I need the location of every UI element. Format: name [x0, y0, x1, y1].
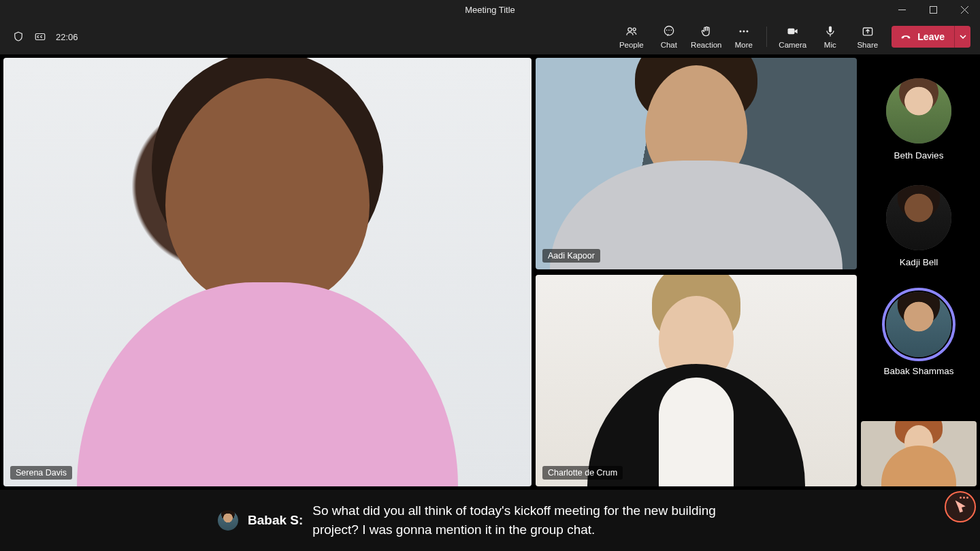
svg-rect-0	[930, 6, 936, 13]
video-tile-main[interactable]: Serena Davis	[3, 58, 532, 486]
participant-roster: Beth Davies Kadji Bell Babak Shammas	[861, 58, 977, 486]
meeting-toolbar: 22:06 People Chat Reaction More Camera M…	[0, 19, 980, 54]
toolbar-divider	[766, 27, 767, 47]
toolbar-label: Camera	[779, 41, 806, 49]
video-tile[interactable]: Aadi Kapoor	[536, 58, 857, 269]
roster-item[interactable]: Kadji Bell	[861, 185, 977, 267]
reaction-icon	[700, 24, 713, 38]
chat-icon	[662, 24, 676, 38]
svg-point-6	[742, 31, 745, 33]
leave-button[interactable]: Leave	[892, 26, 954, 48]
roster-item[interactable]: Beth Davies	[861, 78, 977, 161]
share-icon	[861, 24, 875, 38]
more-icon	[960, 497, 968, 499]
svg-point-5	[739, 31, 741, 33]
people-button[interactable]: People	[612, 24, 650, 49]
cursor-icon	[953, 499, 968, 514]
toolbar-label: Share	[857, 41, 878, 49]
roster-item[interactable]: Babak Shammas	[861, 292, 977, 378]
participant-name: Beth Davies	[894, 150, 944, 161]
svg-rect-9	[829, 27, 832, 33]
self-video-thumbnail[interactable]	[861, 421, 977, 486]
chevron-down-icon	[960, 33, 966, 40]
caption-text: So what did you all think of today's kic…	[312, 501, 734, 539]
caption-speaker-name: Babak S:	[248, 513, 303, 528]
video-stage: Serena Davis Aadi Kapoor Charlotte de Cr…	[0, 54, 980, 490]
chat-button[interactable]: Chat	[650, 24, 687, 49]
window-title: Meeting Title	[465, 5, 515, 15]
svg-rect-8	[787, 29, 794, 34]
svg-point-7	[746, 31, 748, 33]
avatar	[886, 78, 951, 144]
avatar	[886, 292, 951, 357]
toolbar-label: People	[619, 41, 644, 49]
caption-avatar	[218, 510, 238, 531]
participant-name: Aadi Kapoor	[542, 249, 600, 263]
close-button[interactable]	[949, 0, 980, 19]
captions-icon[interactable]	[34, 31, 46, 43]
avatar	[886, 185, 951, 250]
mic-icon	[823, 24, 837, 38]
camera-icon	[786, 24, 800, 38]
toolbar-label: Reaction	[691, 41, 721, 49]
svg-point-3	[633, 28, 636, 31]
mic-button[interactable]: Mic	[811, 24, 849, 49]
live-caption-bar: Babak S: So what did you all think of to…	[0, 490, 980, 551]
video-tile[interactable]: Charlotte de Crum	[536, 275, 857, 486]
hangup-icon	[900, 31, 912, 43]
leave-menu-button[interactable]	[954, 26, 970, 48]
svg-rect-1	[35, 34, 45, 40]
participant-name: Babak Shammas	[879, 364, 960, 378]
svg-point-2	[628, 28, 632, 31]
share-button[interactable]: Share	[849, 24, 886, 49]
more-icon	[737, 24, 751, 38]
participant-name: Serena Davis	[10, 466, 72, 480]
camera-button[interactable]: Camera	[774, 24, 811, 49]
people-icon	[625, 24, 638, 38]
minimize-button[interactable]	[886, 0, 917, 19]
more-button[interactable]: More	[725, 24, 762, 49]
participant-name: Kadji Bell	[900, 257, 938, 267]
maximize-button[interactable]	[917, 0, 949, 19]
meeting-timer: 22:06	[56, 32, 78, 42]
participant-name: Charlotte de Crum	[542, 466, 623, 480]
toolbar-label: More	[735, 41, 753, 49]
shield-icon[interactable]	[12, 31, 24, 43]
leave-label: Leave	[917, 31, 945, 42]
title-bar: Meeting Title	[0, 0, 980, 19]
reaction-button[interactable]: Reaction	[687, 24, 725, 49]
toolbar-label: Mic	[824, 41, 836, 49]
window-controls	[886, 0, 980, 19]
toolbar-label: Chat	[661, 41, 677, 49]
caption-settings-button[interactable]	[945, 491, 976, 522]
